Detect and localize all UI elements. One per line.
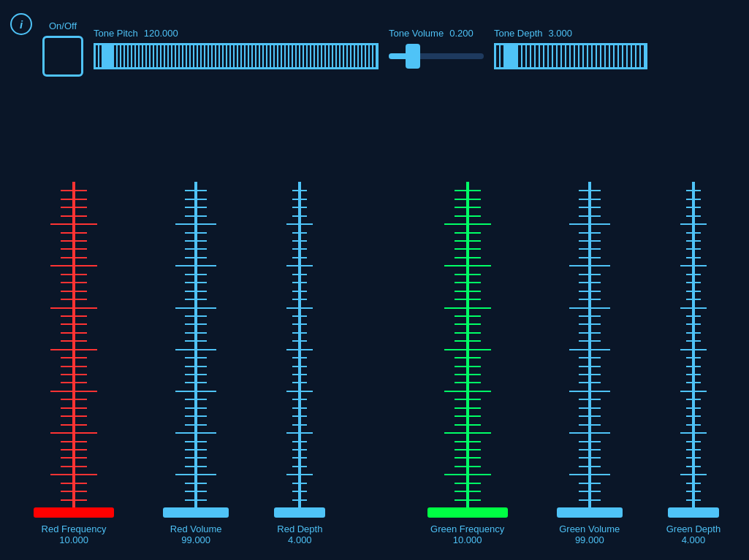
tone-pitch-value: 120.000	[144, 28, 178, 39]
red-volume-value: 99.000	[181, 534, 210, 545]
green-volume-value: 99.000	[575, 534, 604, 545]
tone-depth-slider[interactable]	[494, 43, 647, 69]
green-frequency-value: 10.000	[453, 534, 482, 545]
tone-pitch-slider[interactable]	[94, 43, 379, 69]
tone-depth-value: 3.000	[549, 28, 573, 39]
red-frequency-value: 10.000	[59, 534, 88, 545]
tone-volume-slider[interactable]	[389, 43, 484, 69]
tone-depth-section: Tone Depth 3.000	[494, 28, 647, 69]
tone-volume-label: Tone Volume	[389, 28, 444, 39]
red-volume-group: Red Volume 99.000	[159, 182, 232, 545]
tone-volume-value: 0.200	[449, 28, 474, 39]
green-frequency-group: Green Frequency 10.000	[420, 182, 515, 545]
red-frequency-label: Red Frequency	[42, 523, 107, 534]
green-volume-slider[interactable]	[553, 182, 626, 518]
red-depth-slider[interactable]	[270, 182, 329, 518]
info-icon[interactable]: i	[10, 13, 32, 35]
green-frequency-label: Green Frequency	[430, 523, 504, 534]
green-depth-value: 4.000	[682, 534, 706, 545]
onoff-section: On/Off	[42, 20, 83, 77]
green-volume-label: Green Volume	[559, 523, 620, 534]
tone-volume-section: Tone Volume 0.200	[389, 28, 484, 69]
red-depth-value: 4.000	[288, 534, 312, 545]
red-volume-slider[interactable]	[159, 182, 232, 518]
red-frequency-group: Red Frequency 10.000	[26, 182, 121, 545]
onoff-label: On/Off	[49, 20, 77, 31]
red-volume-label: Red Volume	[170, 523, 222, 534]
red-depth-group: Red Depth 4.000	[270, 182, 329, 545]
red-depth-label: Red Depth	[277, 523, 322, 534]
tone-pitch-section: Tone Pitch 120.000	[94, 28, 379, 69]
tone-pitch-label: Tone Pitch	[94, 28, 138, 39]
onoff-button[interactable]	[42, 36, 83, 77]
green-frequency-slider[interactable]	[420, 182, 515, 518]
green-volume-group: Green Volume 99.000	[553, 182, 626, 545]
green-depth-label: Green Depth	[666, 523, 721, 534]
tone-depth-label: Tone Depth	[494, 28, 543, 39]
green-depth-group: Green Depth 4.000	[664, 182, 723, 545]
red-frequency-slider[interactable]	[26, 182, 121, 518]
green-depth-slider[interactable]	[664, 182, 723, 518]
